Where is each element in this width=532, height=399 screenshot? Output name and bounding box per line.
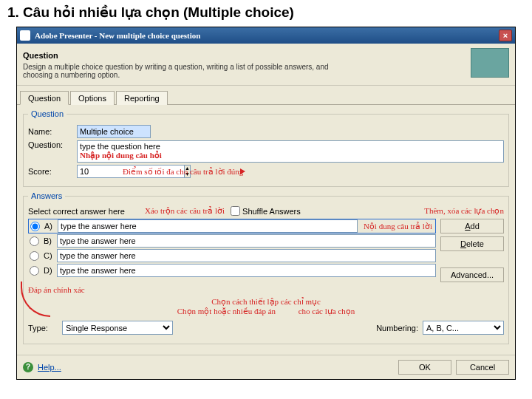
answer-letter: C) xyxy=(44,251,54,260)
help-icon[interactable]: ? xyxy=(23,362,33,372)
ann-shuffle: Xáo trộn các câu trả lời xyxy=(145,206,225,216)
ann-question-hint: Nhập nội dung câu hỏi xyxy=(80,151,501,160)
tab-options[interactable]: Options xyxy=(70,91,115,105)
answer-radio[interactable] xyxy=(30,236,39,246)
header-desc: Design a multiple choice question by wri… xyxy=(23,63,341,79)
ok-button[interactable]: OK xyxy=(398,360,451,375)
label-question: Question: xyxy=(28,140,72,149)
answer-row[interactable]: A) Nội dung câu trả lời xyxy=(28,219,436,233)
answer-letter: A) xyxy=(44,222,55,231)
ann-numbering2: cho các lựa chọn xyxy=(299,307,355,316)
ann-score-hint: Điểm số tối đa cho câu trả lời đúng xyxy=(123,167,243,177)
help-link[interactable]: Help... xyxy=(38,363,394,372)
answer-input[interactable] xyxy=(57,249,436,262)
ann-single: Chọn một hoặc nhiều đáp án xyxy=(177,307,276,316)
tab-pane: Question Name: Question: type the questi… xyxy=(17,105,515,355)
label-type: Type: xyxy=(28,324,58,332)
ann-correct: Đáp án chính xác xyxy=(28,285,504,294)
slide-title: 1. Câu hỏi nhiều lựa chọn (Multiple choi… xyxy=(0,0,532,22)
answer-radio[interactable] xyxy=(30,266,39,276)
answer-row[interactable]: D) xyxy=(28,263,436,278)
tab-strip: Question Options Reporting xyxy=(17,86,515,105)
header-title: Question xyxy=(23,51,58,60)
group-answers: Answers Select correct answer here Xáo t… xyxy=(23,191,509,344)
dialog-header: Question Design a multiple choice questi… xyxy=(17,44,515,86)
tab-question[interactable]: Question xyxy=(20,91,69,105)
ann-numbering1: Chọn cách thiết lập các chỉ mục xyxy=(211,297,321,306)
group-question-legend: Question xyxy=(28,109,66,118)
advanced-button[interactable]: Advanced... xyxy=(440,267,504,282)
shuffle-input[interactable] xyxy=(231,206,240,216)
shuffle-checkbox[interactable]: Shuffle Answers xyxy=(231,206,301,216)
answer-row[interactable]: C) xyxy=(28,248,436,263)
name-input[interactable] xyxy=(77,125,151,138)
label-numbering: Numbering: xyxy=(376,324,418,332)
label-name: Name: xyxy=(28,127,72,136)
app-icon xyxy=(20,30,30,41)
label-select-correct: Select correct answer here xyxy=(28,207,139,216)
header-icon xyxy=(471,48,509,78)
answer-radio[interactable] xyxy=(30,222,40,231)
ann-answer-hint: Nội dung câu trả lời xyxy=(364,222,432,231)
dialog-window: Adobe Presenter - New multiple choice qu… xyxy=(16,27,516,380)
group-answers-legend: Answers xyxy=(28,191,65,200)
tab-reporting[interactable]: Reporting xyxy=(116,91,168,105)
numbering-select[interactable]: A, B, C... xyxy=(423,321,504,335)
add-button[interactable]: AAdddd xyxy=(440,219,504,233)
close-icon[interactable]: × xyxy=(499,30,512,41)
question-input[interactable]: type the question here xyxy=(80,142,501,151)
dialog-footer: ? Help... OK Cancel xyxy=(17,355,515,379)
label-score: Score: xyxy=(28,167,72,176)
group-question: Question Name: Question: type the questi… xyxy=(23,109,509,187)
answer-row[interactable]: B) xyxy=(28,233,436,248)
titlebar: Adobe Presenter - New multiple choice qu… xyxy=(17,27,515,44)
window-title: Adobe Presenter - New multiple choice qu… xyxy=(35,31,494,40)
answer-letter: D) xyxy=(44,266,54,275)
answer-letter: B) xyxy=(44,236,54,245)
answer-input[interactable] xyxy=(57,234,436,248)
delete-button[interactable]: Delete xyxy=(440,236,504,251)
score-stepper[interactable]: ▲▼ xyxy=(77,165,114,178)
type-select[interactable]: Single Response xyxy=(62,321,173,335)
answer-input[interactable] xyxy=(58,219,358,233)
answer-input[interactable] xyxy=(57,264,436,277)
arrow-annotation xyxy=(21,282,50,317)
shuffle-label: Shuffle Answers xyxy=(242,207,301,216)
answer-radio[interactable] xyxy=(30,251,39,261)
cancel-button[interactable]: Cancel xyxy=(456,360,509,375)
ann-addremove: Thêm, xóa các lựa chọn xyxy=(424,206,504,216)
